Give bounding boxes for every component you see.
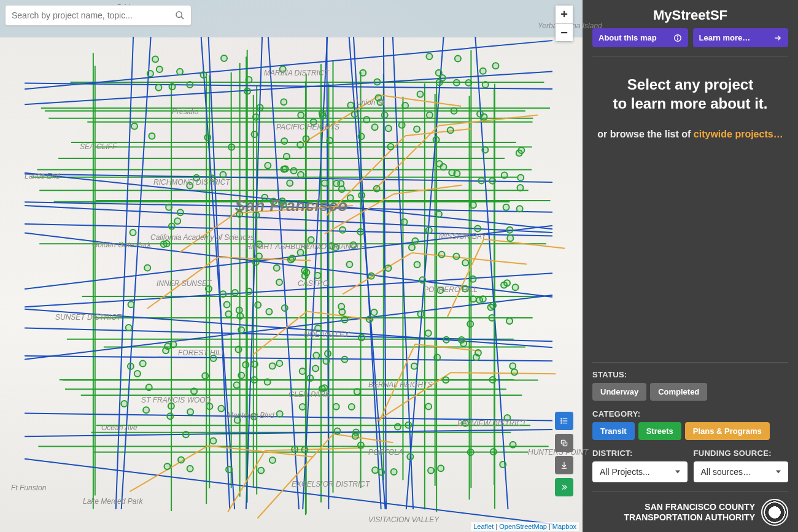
svg-point-316 xyxy=(187,183,193,189)
org-line-2: TRANSPORTATION AUTHORITY xyxy=(624,512,755,523)
svg-point-281 xyxy=(437,287,443,293)
status-underway-chip[interactable]: Underway xyxy=(592,383,646,401)
svg-point-210 xyxy=(314,272,320,279)
svg-point-238 xyxy=(513,284,519,290)
map-area[interactable]: San Francisco MARINA DISTRICTPresidioSEA… xyxy=(0,0,583,532)
svg-point-128 xyxy=(308,237,314,243)
org-seal-icon xyxy=(761,499,788,526)
svg-line-373 xyxy=(181,17,184,19)
attribution-mapbox[interactable]: Mapbox xyxy=(552,523,576,530)
svg-point-266 xyxy=(258,468,264,474)
svg-point-171 xyxy=(462,420,468,426)
svg-point-378 xyxy=(561,420,562,421)
svg-point-192 xyxy=(252,361,258,368)
svg-point-119 xyxy=(490,449,497,455)
svg-point-162 xyxy=(187,82,193,88)
svg-line-107 xyxy=(180,213,236,252)
arrow-right-icon xyxy=(773,34,782,42)
svg-point-272 xyxy=(347,102,354,109)
category-chips: Transit Streets Plans & Programs xyxy=(592,422,788,440)
svg-point-287 xyxy=(358,133,364,139)
chevrons-right-icon xyxy=(560,483,568,492)
svg-point-312 xyxy=(455,56,461,62)
svg-point-120 xyxy=(378,469,384,476)
svg-point-371 xyxy=(475,225,481,231)
svg-point-156 xyxy=(478,177,484,183)
svg-point-132 xyxy=(226,466,232,472)
svg-point-224 xyxy=(274,265,280,271)
funding-dropdown[interactable]: All sources… xyxy=(694,461,789,482)
download-button[interactable] xyxy=(555,456,573,474)
svg-point-158 xyxy=(146,384,152,390)
svg-point-305 xyxy=(434,355,440,361)
category-plans-chip[interactable]: Plans & Programs xyxy=(685,422,770,440)
svg-point-213 xyxy=(357,229,363,235)
svg-line-92 xyxy=(438,115,538,126)
svg-point-346 xyxy=(166,204,172,210)
svg-point-292 xyxy=(256,253,262,260)
svg-point-133 xyxy=(428,468,434,474)
status-completed-chip[interactable]: Completed xyxy=(650,383,707,401)
collapse-panel-button[interactable] xyxy=(555,478,573,496)
about-button[interactable]: About this map xyxy=(592,28,688,47)
svg-point-251 xyxy=(481,114,487,120)
filters: STATUS: Underway Completed CATEGORY: Tra… xyxy=(592,362,788,526)
svg-point-202 xyxy=(251,414,257,420)
svg-point-326 xyxy=(265,163,271,169)
svg-point-358 xyxy=(167,413,173,419)
svg-point-263 xyxy=(352,111,358,117)
svg-point-356 xyxy=(443,337,449,343)
copy-button[interactable] xyxy=(555,434,573,452)
download-icon xyxy=(560,461,568,469)
category-streets-chip[interactable]: Streets xyxy=(638,422,681,440)
svg-point-359 xyxy=(501,282,507,288)
status-label: STATUS: xyxy=(592,370,788,379)
learn-more-label: Learn more… xyxy=(699,33,751,42)
svg-point-190 xyxy=(409,244,415,250)
svg-point-288 xyxy=(209,175,215,181)
svg-point-364 xyxy=(374,79,381,85)
svg-point-179 xyxy=(237,313,243,319)
svg-point-347 xyxy=(165,343,171,349)
svg-point-221 xyxy=(300,404,306,410)
attribution-osm[interactable]: OpenStreetMap xyxy=(499,523,547,530)
learn-more-button[interactable]: Learn more… xyxy=(693,28,789,47)
svg-point-151 xyxy=(238,327,244,333)
svg-point-139 xyxy=(385,125,392,131)
svg-point-279 xyxy=(242,362,249,368)
svg-point-303 xyxy=(350,242,356,248)
svg-point-236 xyxy=(149,133,155,139)
search-input[interactable] xyxy=(12,10,175,20)
search-icon[interactable] xyxy=(175,10,185,20)
category-label: CATEGORY: xyxy=(592,409,788,418)
svg-line-109 xyxy=(343,253,411,294)
svg-point-166 xyxy=(220,291,226,297)
svg-point-147 xyxy=(253,212,259,218)
svg-point-205 xyxy=(187,466,193,472)
svg-point-177 xyxy=(279,198,285,204)
svg-point-214 xyxy=(489,315,495,321)
list-button[interactable] xyxy=(555,412,573,430)
svg-point-201 xyxy=(210,438,216,444)
svg-point-360 xyxy=(354,388,360,395)
svg-point-154 xyxy=(277,411,283,417)
svg-point-215 xyxy=(131,123,138,129)
district-dropdown[interactable]: All Projects... xyxy=(592,461,688,482)
svg-point-304 xyxy=(401,219,408,225)
zoom-out-button[interactable]: − xyxy=(556,23,573,41)
category-transit-chip[interactable]: Transit xyxy=(592,422,635,440)
svg-line-86 xyxy=(265,448,363,450)
divider xyxy=(592,56,788,56)
svg-point-319 xyxy=(358,442,364,448)
svg-point-248 xyxy=(426,227,432,233)
svg-point-189 xyxy=(482,147,488,153)
svg-point-275 xyxy=(375,94,381,101)
citywide-projects-link[interactable]: citywide projects… xyxy=(694,129,783,139)
svg-point-228 xyxy=(206,286,212,292)
attribution-leaflet[interactable]: Leaflet xyxy=(473,523,494,530)
svg-point-184 xyxy=(419,277,425,283)
svg-point-306 xyxy=(504,415,510,421)
zoom-in-button[interactable]: + xyxy=(556,6,573,23)
svg-point-298 xyxy=(470,202,476,208)
svg-point-146 xyxy=(341,357,347,363)
